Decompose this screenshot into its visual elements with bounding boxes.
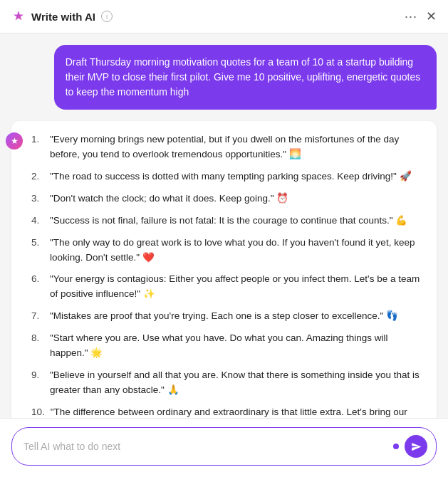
quote-number: 6. (31, 272, 44, 302)
quote-item: 5."The only way to do great work is to l… (31, 236, 425, 266)
quote-text: "Every morning brings new potential, but… (50, 132, 425, 162)
quote-number: 5. (31, 236, 44, 266)
input-dot-icon (393, 444, 399, 449)
quote-number: 4. (31, 214, 44, 229)
quote-text: "Mistakes are proof that you're trying. … (50, 309, 425, 324)
close-button[interactable]: ✕ (426, 9, 437, 24)
quote-text: "The road to success is dotted with many… (50, 169, 425, 184)
quote-item: 2."The road to success is dotted with ma… (31, 169, 425, 184)
quote-text: "The only way to do great work is to lov… (50, 236, 425, 266)
quote-number: 3. (31, 192, 44, 206)
quote-number: 9. (31, 368, 44, 398)
quote-text: "Success is not final, failure is not fa… (50, 214, 425, 229)
quote-number: 2. (31, 169, 44, 184)
user-message-text: Draft Thursday morning motivation quotes… (66, 56, 421, 98)
quote-item: 7."Mistakes are proof that you're trying… (31, 309, 425, 324)
input-wrapper (11, 427, 437, 466)
quote-text: "Don't watch the clock; do what it does.… (50, 192, 425, 206)
ai-content: 1."Every morning brings new potential, b… (31, 132, 425, 418)
quote-number: 10. (31, 405, 45, 418)
quote-number: 8. (31, 331, 44, 361)
quote-text: "Believe in yourself and all that you ar… (50, 368, 425, 398)
quote-item: 6."Your energy is contagious: Either you… (31, 272, 425, 302)
ai-star-icon (11, 9, 26, 23)
quote-item: 9."Believe in yourself and all that you … (31, 368, 425, 398)
quote-number: 7. (31, 309, 44, 324)
ai-input[interactable] (24, 441, 387, 452)
quote-item: 1."Every morning brings new potential, b… (31, 132, 425, 162)
quote-item: 4."Success is not final, failure is not … (31, 214, 425, 229)
header: Write with AI i ··· ✕ (0, 0, 448, 33)
quote-text: "Start where you are. Use what you have.… (50, 331, 425, 361)
ai-avatar (6, 132, 23, 150)
quotes-list: 1."Every morning brings new potential, b… (31, 132, 425, 418)
ai-response-card: 1."Every morning brings new potential, b… (11, 121, 437, 418)
header-right: ··· ✕ (405, 9, 437, 24)
quote-item: 10."The difference between ordinary and … (31, 405, 425, 418)
quote-text: "Your energy is contagious: Either you a… (50, 272, 425, 302)
quote-number: 1. (31, 132, 44, 162)
main-content: Draft Thursday morning motivation quotes… (0, 33, 448, 418)
quote-item: 3."Don't watch the clock; do what it doe… (31, 192, 425, 206)
more-options-button[interactable]: ··· (405, 10, 417, 23)
quote-item: 8."Start where you are. Use what you hav… (31, 331, 425, 361)
header-title: Write with AI (31, 11, 95, 23)
send-button[interactable] (405, 435, 427, 458)
info-icon[interactable]: i (101, 11, 113, 22)
header-left: Write with AI i (11, 9, 113, 23)
quote-text: "The difference between ordinary and ext… (51, 405, 425, 418)
user-message-bubble: Draft Thursday morning motivation quotes… (54, 45, 437, 110)
input-area (0, 418, 448, 477)
